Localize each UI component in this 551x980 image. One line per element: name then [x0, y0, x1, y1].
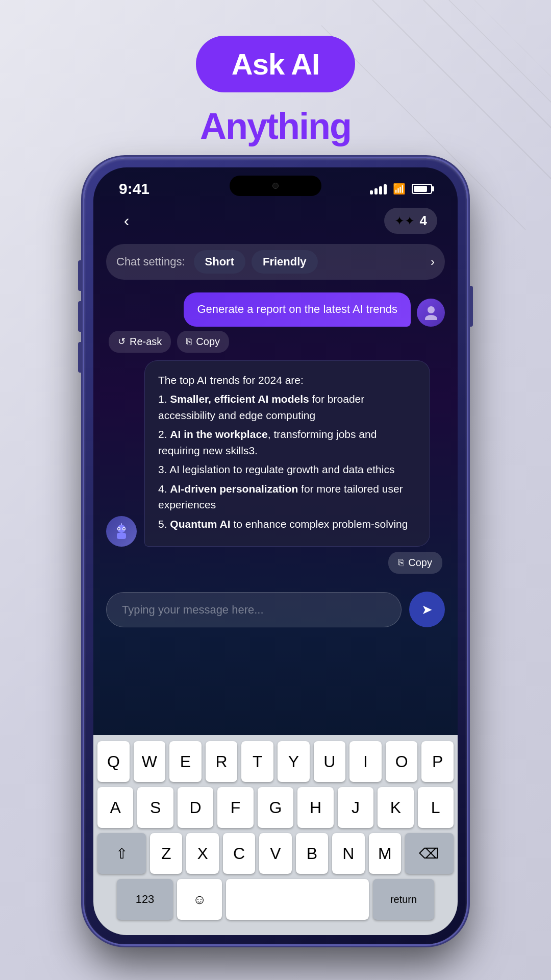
input-placeholder: Typing your message here... [122, 603, 264, 616]
message-actions: ↺ Re-ask ⎘ Copy [106, 331, 445, 353]
reask-label: Re-ask [130, 336, 162, 348]
ai-avatar [106, 516, 137, 547]
settings-chip-friendly[interactable]: Friendly [252, 250, 318, 274]
key-h[interactable]: H [297, 787, 333, 828]
key-y[interactable]: Y [278, 741, 310, 782]
key-u[interactable]: U [314, 741, 346, 782]
key-i[interactable]: I [349, 741, 382, 782]
ask-ai-text: Ask AI [232, 47, 319, 81]
credits-count: 4 [420, 213, 427, 229]
copy-icon-user: ⎘ [186, 336, 192, 347]
key-a[interactable]: A [97, 787, 133, 828]
svg-point-12 [123, 528, 125, 530]
key-z[interactable]: Z [150, 833, 182, 874]
key-k[interactable]: K [378, 787, 413, 828]
phone-mockup: 9:41 📶 [84, 158, 467, 944]
key-v[interactable]: V [259, 833, 291, 874]
ai-item-2: 2. AI in the workplace, transforming job… [158, 426, 416, 458]
status-bar: 9:41 📶 [93, 167, 458, 203]
keyboard-row-3: ⇧ Z X C V B N M ⌫ [97, 833, 454, 874]
key-n[interactable]: N [332, 833, 364, 874]
svg-point-6 [425, 315, 437, 320]
key-c[interactable]: C [223, 833, 255, 874]
key-s[interactable]: S [137, 787, 173, 828]
input-area: Typing your message here... ➤ [93, 586, 458, 638]
key-shift[interactable]: ⇧ [97, 833, 146, 874]
user-avatar [417, 299, 445, 327]
key-p[interactable]: P [421, 741, 454, 782]
settings-chevron-icon: › [431, 255, 435, 269]
keyboard-row-2: A S D F G H J K L [97, 787, 454, 828]
send-button[interactable]: ➤ [409, 592, 445, 627]
ai-message-row: The top AI trends for 2024 are: 1. Small… [106, 360, 445, 547]
key-e[interactable]: E [169, 741, 202, 782]
send-icon: ➤ [421, 602, 433, 618]
svg-rect-8 [117, 533, 126, 539]
key-w[interactable]: W [134, 741, 166, 782]
key-q[interactable]: Q [97, 741, 130, 782]
key-o[interactable]: O [386, 741, 418, 782]
phone-outer: 9:41 📶 [84, 158, 467, 944]
user-bubble: Generate a report on the latest AI trend… [184, 292, 411, 327]
ai-bubble: The top AI trends for 2024 are: 1. Small… [144, 360, 430, 547]
key-j[interactable]: J [338, 787, 373, 828]
key-l[interactable]: L [418, 787, 454, 828]
keyboard-row-1: Q W E R T Y U I O P [97, 741, 454, 782]
battery-icon [412, 184, 432, 194]
copy-label-ai: Copy [408, 557, 432, 569]
message-input[interactable]: Typing your message here... [106, 592, 402, 627]
key-x[interactable]: X [186, 833, 218, 874]
ai-response-intro: The top AI trends for 2024 are: [158, 372, 416, 388]
credits-badge[interactable]: ✦✦ 4 [384, 208, 437, 234]
ask-ai-badge: Ask AI [196, 36, 355, 92]
back-chevron-icon: ‹ [124, 211, 130, 230]
chat-area: Generate a report on the latest AI trend… [93, 287, 458, 586]
key-r[interactable]: R [206, 741, 238, 782]
wifi-icon: 📶 [393, 183, 406, 195]
back-button[interactable]: ‹ [114, 208, 139, 234]
key-t[interactable]: T [241, 741, 273, 782]
key-delete[interactable]: ⌫ [405, 833, 454, 874]
ai-item-4: 4. AI-driven personalization for more ta… [158, 481, 416, 513]
copy-label-user: Copy [196, 336, 220, 348]
keyboard-row-4: 123 ☺ return [97, 879, 454, 920]
svg-rect-14 [121, 523, 122, 525]
key-f[interactable]: F [217, 787, 253, 828]
header: Ask AI Anything [0, 0, 551, 147]
keyboard: Q W E R T Y U I O P A S D F G H [93, 735, 458, 935]
nav-bar: ‹ ✦✦ 4 [93, 203, 458, 241]
user-message-row: Generate a report on the latest AI trend… [106, 292, 445, 327]
reask-button[interactable]: ↺ Re-ask [109, 331, 171, 353]
key-b[interactable]: B [296, 833, 328, 874]
anything-text: Anything [0, 105, 551, 147]
status-time: 9:41 [119, 180, 149, 198]
settings-label: Chat settings: [116, 255, 185, 268]
settings-chip-short[interactable]: Short [194, 250, 245, 274]
chat-settings-bar[interactable]: Chat settings: Short Friendly › [106, 244, 445, 280]
svg-point-5 [428, 306, 435, 313]
svg-point-11 [118, 528, 120, 530]
key-emoji[interactable]: ☺ [177, 879, 222, 920]
phone-screen: 9:41 📶 [93, 167, 458, 935]
copy-button-ai[interactable]: ⎘ Copy [388, 552, 442, 574]
key-space[interactable] [226, 879, 369, 920]
copy-icon-ai: ⎘ [398, 557, 404, 568]
copy-button-user[interactable]: ⎘ Copy [177, 331, 229, 353]
ai-item-1: 1. Smaller, efficient AI models for broa… [158, 391, 416, 423]
ai-item-3: 3. AI legislation to regulate growth and… [158, 461, 416, 478]
reask-icon: ↺ [118, 336, 126, 347]
key-m[interactable]: M [369, 833, 401, 874]
key-d[interactable]: D [178, 787, 213, 828]
copy-btn-row: ⎘ Copy [109, 552, 442, 574]
status-icons: 📶 [370, 183, 432, 195]
key-g[interactable]: G [258, 787, 293, 828]
ai-item-5: 5. Quantum AI to enhance complex problem… [158, 516, 416, 532]
user-message-text: Generate a report on the latest AI trend… [197, 303, 397, 315]
signal-icon [370, 183, 387, 194]
key-return[interactable]: return [373, 879, 434, 920]
sparkle-icon: ✦✦ [394, 214, 415, 228]
key-numbers[interactable]: 123 [117, 879, 173, 920]
